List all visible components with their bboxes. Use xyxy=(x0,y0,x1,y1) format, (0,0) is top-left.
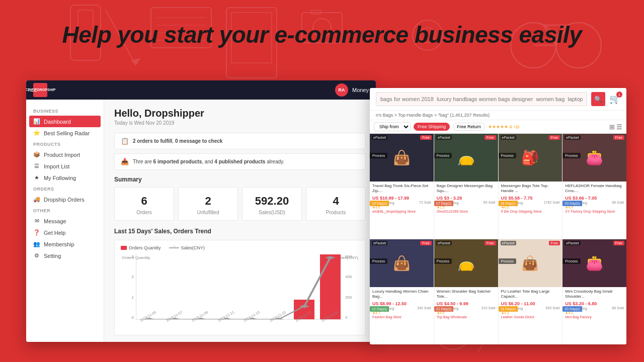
free-shipping-filter[interactable]: Free Shipping xyxy=(414,123,450,131)
sidebar-item-icon: 📊 xyxy=(33,118,40,125)
sidebar-item-label: Import List xyxy=(44,163,69,169)
legend-sales-label: Sales(CNY) xyxy=(181,245,205,250)
alert-text: Thre are 6 imported products, and 4 publ… xyxy=(133,159,284,164)
list-view-icon[interactable]: ☰ xyxy=(616,123,622,131)
badge-free: Free xyxy=(485,135,496,140)
page-content: Hello, Dropshipper Today is Wed Nov 20 2… xyxy=(104,100,376,342)
product-rating: ★4.7 xyxy=(372,311,380,315)
process-button[interactable]: Process xyxy=(499,153,516,158)
badge-free: Free xyxy=(420,241,431,245)
y-axis-right: 6004002000 xyxy=(343,254,359,320)
product-info: Mini Crossbody Bag Small Shoulder... US … xyxy=(562,287,626,321)
summary-card-label: Orders xyxy=(119,210,170,215)
sidebar-item-setting[interactable]: ⚙Setting xyxy=(26,250,104,261)
sidebar-item-my-following[interactable]: ★My Following xyxy=(26,172,104,184)
sidebar-item-label: Get Help xyxy=(44,230,65,236)
sidebar-item-message[interactable]: ✉Message xyxy=(26,215,104,227)
y-left-label: 0 xyxy=(121,315,134,320)
summary-card-label: Products xyxy=(310,210,361,215)
summary-card-products: 4Products xyxy=(306,187,366,221)
sidebar-item-get-help[interactable]: ❓Get Help xyxy=(26,227,104,238)
user-area: RA Money xyxy=(335,83,369,97)
sidebar-item-label: Best Selling Radar xyxy=(44,130,90,136)
product-price: US $8.99 - 12.50 xyxy=(372,301,431,306)
free-return-filter[interactable]: Free Return xyxy=(453,123,485,131)
product-price: US $10.99 - 17.99 xyxy=(372,196,431,201)
sidebar-item-label: Dropship Orders xyxy=(44,197,85,203)
sidebar-item-dashboard[interactable]: 📊Dashboard xyxy=(29,116,101,127)
process-button[interactable]: Process xyxy=(370,153,387,158)
chart-legend: Orders Quantity Sales(CNY) xyxy=(121,245,359,250)
process-button[interactable]: Process xyxy=(434,258,452,264)
process-button[interactable]: Process xyxy=(562,153,580,158)
hero-title: Help you start your e-commerce business … xyxy=(62,21,582,48)
product-price: US $5.58 - 7.75 xyxy=(501,196,560,201)
product-card[interactable]: 👛 ePacket Free Process 20 Day(s) HEFLASH… xyxy=(562,134,626,239)
ship-from-select[interactable]: Ship from xyxy=(374,122,411,131)
product-store: Shoe5121099 Store xyxy=(437,210,496,213)
product-card[interactable]: 🎒 ePacket Free Process 18 Day(s) Messeng… xyxy=(499,134,562,239)
dashboard-window: FREE DROPSHIP RA Money BUSINESS📊Dashboar… xyxy=(26,80,376,342)
summary-card-unfulfilled: 2Unfulfilled xyxy=(178,187,238,221)
product-price: US $3.66 - 7.05 xyxy=(565,196,624,201)
badge-packet: ePacket xyxy=(501,135,516,140)
sidebar-item-dropship-orders[interactable]: 🚚Dropship Orders xyxy=(26,194,104,205)
product-card[interactable]: 👛 ePacket Free Process 20 Day(s) Mini Cr… xyxy=(562,239,626,344)
search-input[interactable] xyxy=(376,92,587,106)
badge-row: ePacket Free xyxy=(562,239,626,247)
sidebar-item-import-list[interactable]: ☰Import List xyxy=(26,160,104,172)
legend-sales-line xyxy=(169,247,179,248)
product-card[interactable]: 👝 ePacket Free Process 17 Day(s) Bags De… xyxy=(434,134,498,239)
grid-view-icon[interactable]: ⊞ xyxy=(609,123,615,131)
product-info: HEFLASHOR Female Handbag Cros-... US $3.… xyxy=(562,182,626,215)
sidebar-item-best-selling-radar[interactable]: ⭐Best Selling Radar xyxy=(26,127,104,139)
days-badge: 18 Day(s) xyxy=(499,306,518,312)
product-price: US $3 - 3.29 xyxy=(437,196,496,201)
product-card[interactable]: 👜 ePacket Free Process 22 Day(s) Luxury … xyxy=(370,239,434,344)
stars-filter[interactable]: ★★★★★ & Up xyxy=(488,124,520,129)
process-button[interactable]: Process xyxy=(434,153,452,158)
legend-orders-box xyxy=(121,246,127,250)
days-badge: 20 Day(s) xyxy=(562,306,582,312)
product-rating: ★4.2 xyxy=(565,311,573,315)
main-content: BUSINESS📊Dashboard⭐Best Selling RadarPRO… xyxy=(26,100,376,342)
summary-card-value: 2 xyxy=(183,195,233,208)
sidebar-section-label: ORDERS xyxy=(26,184,104,194)
product-card[interactable]: 👜 ePacket Free Process 18 Day(s) PU Leat… xyxy=(499,239,562,344)
product-store: Top Bag Wholesale xyxy=(437,315,496,319)
sidebar-item-label: Dashboard xyxy=(44,119,71,125)
process-button[interactable]: Process xyxy=(499,258,516,264)
product-card[interactable]: 👝 ePacket Free Process 21 Day(s) Women S… xyxy=(434,239,498,344)
sidebar-item-icon: 📦 xyxy=(33,151,40,158)
days-badge: 18 Day(s) xyxy=(499,201,518,206)
sidebar: BUSINESS📊Dashboard⭐Best Selling RadarPRO… xyxy=(26,100,104,342)
summary-card-label: Sales(USD) xyxy=(247,210,297,215)
cart-icon[interactable]: 🛒 1 xyxy=(609,94,620,105)
badge-packet: ePacket xyxy=(436,135,452,140)
badge-row: ePacket Free xyxy=(499,134,562,141)
shopping-window: 🔍 🛒 1 n's Bags > Top-Handle Bags > "bag"… xyxy=(370,88,626,344)
sidebar-item-label: Setting xyxy=(44,253,61,259)
product-title: Travel Bag Trunk Six-Piece-Set Zip-... xyxy=(372,184,431,195)
y-left-label: 1 xyxy=(121,295,134,300)
y-right-label: 0 xyxy=(345,315,359,320)
product-store: Leather Goods Direct xyxy=(501,315,560,319)
search-button[interactable]: 🔍 xyxy=(591,92,605,106)
sidebar-item-membership[interactable]: 👥Membership xyxy=(26,238,104,250)
process-button[interactable]: Process xyxy=(562,258,580,264)
summary-card-value: 592.20 xyxy=(247,195,297,208)
product-card[interactable]: 👜 ePacket Free Process 19 Day(s) Travel … xyxy=(370,134,434,239)
y-axis-left: 3210 xyxy=(121,254,136,320)
product-info: Travel Bag Trunk Six-Piece-Set Zip-... U… xyxy=(370,182,434,215)
logo-area: FREE DROPSHIP xyxy=(33,83,47,97)
product-action-row: Process 21 Day(s) xyxy=(434,306,498,312)
sidebar-item-icon: ★ xyxy=(33,174,40,181)
sidebar-item-icon: 🚚 xyxy=(33,196,40,203)
cart-badge: 1 xyxy=(616,92,622,98)
process-button[interactable]: Process xyxy=(370,258,387,264)
sidebar-item-label: My Following xyxy=(44,175,76,181)
sidebar-item-label: Membership xyxy=(44,241,74,247)
sidebar-item-product-import[interactable]: 📦Product Import xyxy=(26,149,104,160)
sidebar-item-label: Product Import xyxy=(44,152,80,158)
sidebar-item-label: Message xyxy=(44,218,66,224)
